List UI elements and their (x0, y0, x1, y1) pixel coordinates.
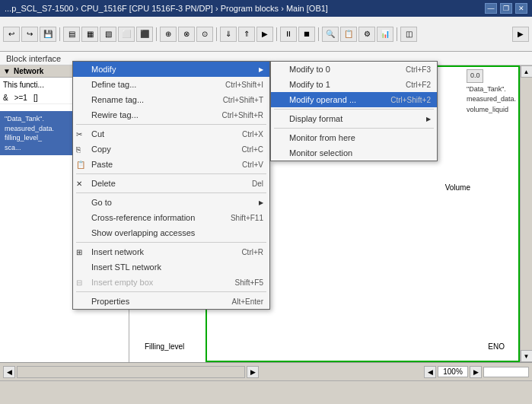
expand-arrow[interactable]: ▼ (3, 67, 11, 75)
submenu-sep-1 (274, 109, 434, 110)
maximize-button[interactable]: ❐ (500, 3, 512, 14)
menu-item-copy[interactable]: ⎘ Copy Ctrl+C (73, 142, 269, 157)
rename-tag-label: Rename tag... (91, 95, 144, 104)
scroll-up-button[interactable]: ▲ (521, 65, 533, 78)
separator-4 (276, 27, 277, 41)
scroll-track[interactable] (521, 78, 532, 350)
context-menu-main: Modify ▶ Define tag... Ctrl+Shift+I Rena… (72, 61, 270, 310)
properties-label: Properties (91, 297, 129, 306)
monitor-selection-label: Monitor selection (289, 148, 352, 157)
menu-item-cut[interactable]: ✂ Cut Ctrl+X (73, 126, 269, 142)
menu-item-paste[interactable]: 📋 Paste Ctrl+V (73, 157, 269, 172)
toolbar-btn-11[interactable]: ⇓ (220, 27, 237, 42)
toolbar: ↩ ↪ 💾 ▤ ▦ ▧ ⬜ ⬛ ⊕ ⊗ ⊙ ⇓ ⇑ ▶ ⏸ ⏹ 🔍 📋 ⚙ 📊 … (0, 17, 532, 52)
monitor-from-here-label: Monitor from here (289, 133, 355, 142)
title-text: ...p_SCL_S7-1500 › CPU_1516F [CPU 1516F-… (5, 4, 485, 13)
modify-to-1-label: Modify to 1 (289, 80, 330, 89)
zoom-in-button[interactable]: ▶ (470, 366, 482, 378)
toolbar-btn-6[interactable]: ⬜ (118, 27, 135, 42)
menu-item-modify[interactable]: Modify ▶ (73, 62, 269, 77)
menu-item-rewire-tag[interactable]: Rewire tag... Ctrl+Shift+R (73, 107, 269, 122)
toolbar-btn-16[interactable]: 🔍 (322, 27, 339, 42)
amp-label: & (3, 94, 8, 102)
menu-item-goto[interactable]: Go to ▶ (73, 195, 269, 210)
copy-icon: ⎘ (76, 145, 81, 154)
toolbar-btn-8[interactable]: ⊕ (160, 27, 177, 42)
goto-arrow: ▶ (259, 199, 263, 206)
toolbar-btn-20[interactable]: ◫ (400, 27, 417, 42)
insert-stl-label: Insert STL network (91, 262, 161, 272)
toolbar-btn-19[interactable]: 📊 (377, 27, 393, 42)
zoom-out-button[interactable]: ◀ (424, 366, 436, 378)
modify-to-1-shortcut: Ctrl+F2 (406, 81, 431, 89)
network-label: Network (14, 67, 43, 75)
submenu-modify-to-0[interactable]: Modify to 0 Ctrl+F3 (271, 62, 437, 77)
right-scrollbar: ▲ ▼ (520, 65, 532, 362)
toolbar-btn-15[interactable]: ⏹ (298, 27, 315, 42)
menu-item-properties[interactable]: Properties Alt+Enter (73, 294, 269, 309)
zoom-slider[interactable] (483, 367, 529, 377)
toolbar-btn-2[interactable]: ↪ (21, 27, 38, 42)
close-button[interactable]: ✕ (515, 3, 527, 14)
toolbar-btn-3[interactable]: ▤ (63, 27, 80, 42)
submenu-display-format[interactable]: Display format ▶ (271, 111, 437, 126)
copy-label: Copy (91, 145, 111, 154)
menu-item-show-overlap[interactable]: Show overlapping accesses (73, 225, 269, 240)
volume-label: Volume (445, 183, 470, 192)
toolbar-btn-4[interactable]: ▦ (81, 27, 98, 42)
toolbar-btn-10[interactable]: ⊙ (196, 27, 213, 42)
menu-item-define-tag[interactable]: Define tag... Ctrl+Shift+I (73, 77, 269, 92)
modify-to-0-label: Modify to 0 (289, 65, 330, 74)
data-value-box: 0.0 (467, 69, 484, 83)
toolbar-btn-14[interactable]: ⏸ (280, 27, 297, 42)
menu-item-insert-stl[interactable]: Insert STL network (73, 259, 269, 275)
nav-track[interactable] (17, 366, 245, 378)
bottom-bar: ◀ ▶ ◀ 100% ▶ (0, 362, 532, 380)
submenu-modify-operand[interactable]: Modify operand ... Ctrl+Shift+2 (271, 92, 437, 107)
minimize-button[interactable]: — (485, 3, 497, 14)
rewire-tag-shortcut: Ctrl+Shift+R (222, 111, 263, 119)
menu-item-insert-empty[interactable]: ⊟ Insert empty box Shift+F5 (73, 275, 269, 290)
toolbar-btn-1[interactable]: ↩ (3, 27, 20, 42)
cut-label: Cut (91, 129, 104, 138)
menu-item-delete[interactable]: ✕ Delete Del (73, 176, 269, 191)
modify-operand-label: Modify operand ... (289, 95, 356, 104)
toolbar-btn-12[interactable]: ⇑ (238, 27, 255, 42)
title-bar: ...p_SCL_S7-1500 › CPU_1516F [CPU 1516F-… (0, 0, 532, 17)
context-menu-overlay: Modify ▶ Define tag... Ctrl+Shift+I Rena… (72, 61, 270, 310)
sep-3 (76, 192, 266, 193)
data-line2: measured_data. (5, 124, 68, 134)
scroll-down-button[interactable]: ▼ (521, 350, 533, 362)
cross-ref-label: Cross-reference information (91, 213, 195, 222)
zoom-control: ◀ 100% ▶ (424, 366, 529, 378)
sep-5 (76, 291, 266, 292)
menu-item-cross-ref[interactable]: Cross-reference information Shift+F11 (73, 210, 269, 225)
modify-operand-shortcut: Ctrl+Shift+2 (390, 96, 431, 104)
submenu-monitor-from-here[interactable]: Monitor from here (271, 130, 437, 145)
sep-2 (76, 173, 266, 174)
delete-icon: ✕ (76, 180, 82, 188)
submenu-modify-to-1[interactable]: Modify to 1 Ctrl+F2 (271, 77, 437, 92)
insert-empty-label: Insert empty box (91, 278, 153, 287)
toolbar-btn-right[interactable]: ▶ (512, 27, 529, 42)
toolbar-btn-5[interactable]: ▧ (100, 27, 116, 42)
toolbar-btn-9[interactable]: ⊗ (178, 27, 195, 42)
toolbar-btn-18[interactable]: ⚙ (358, 27, 375, 42)
menu-item-rename-tag[interactable]: Rename tag... Ctrl+Shift+T (73, 92, 269, 107)
toolbar-btn-7[interactable]: ⬛ (136, 27, 153, 42)
insert-empty-icon: ⊟ (76, 278, 82, 287)
sep-4 (76, 242, 266, 243)
insert-network-icon: ⊞ (76, 248, 82, 256)
goto-label: Go to (91, 198, 112, 207)
submenu-monitor-selection[interactable]: Monitor selection (271, 145, 437, 161)
delete-shortcut: Del (252, 180, 263, 188)
menu-item-modify-label: Modify (91, 65, 116, 74)
insert-network-label: Insert network (91, 247, 144, 256)
toolbar-btn-save[interactable]: 💾 (40, 27, 56, 42)
toolbar-btn-13[interactable]: ▶ (256, 27, 273, 42)
nav-right-button[interactable]: ▶ (247, 366, 259, 378)
nav-left-button[interactable]: ◀ (3, 366, 15, 378)
menu-item-insert-network[interactable]: ⊞ Insert network Ctrl+R (73, 244, 269, 259)
define-tag-label: Define tag... (91, 80, 136, 89)
toolbar-btn-17[interactable]: 📋 (340, 27, 357, 42)
